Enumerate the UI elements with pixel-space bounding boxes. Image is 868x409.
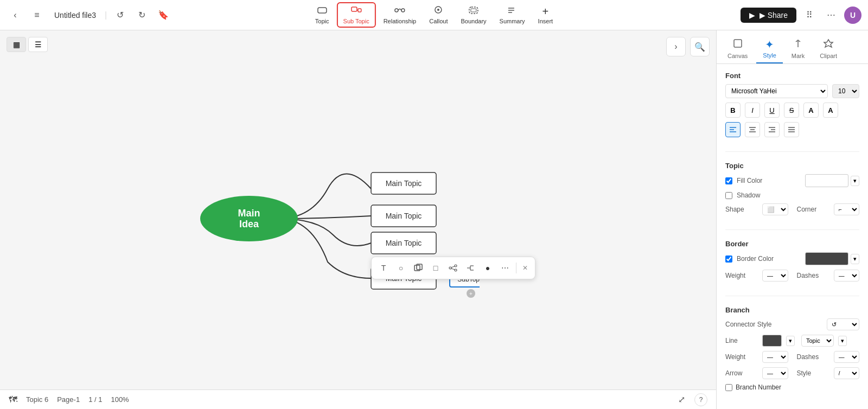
ft-share-button[interactable]	[445, 260, 461, 276]
branch-line-type-select[interactable]: Topic	[801, 335, 834, 347]
bookmark-button[interactable]: 🔖	[155, 7, 172, 24]
ft-divider	[516, 263, 516, 273]
fill-color-checkbox[interactable]	[725, 177, 732, 184]
align-center-button[interactable]	[745, 122, 760, 137]
fill-color-label: Fill Color	[737, 177, 769, 184]
grid-button[interactable]: ⠿	[801, 7, 818, 24]
align-left-button[interactable]	[725, 122, 741, 137]
branch-line-type-dropdown[interactable]: ▾	[838, 336, 847, 346]
branch-dashes-select[interactable]: —	[834, 351, 860, 363]
tab-clipart[interactable]: Clipart	[813, 35, 844, 63]
back-button[interactable]: ‹	[7, 7, 24, 24]
undo-button[interactable]: ↺	[111, 7, 129, 24]
align-justify-button[interactable]	[784, 122, 799, 137]
list-view-button[interactable]: ☰	[28, 37, 48, 52]
callout-icon	[433, 5, 444, 17]
connector-select[interactable]: ↺	[827, 318, 859, 330]
grid-view-button[interactable]: ▦	[7, 37, 26, 52]
branch-line-color-dropdown[interactable]: ▾	[786, 336, 795, 346]
more-button[interactable]: ⋯	[822, 7, 840, 24]
underline-button[interactable]: U	[764, 103, 780, 118]
branch-line-color[interactable]	[762, 335, 782, 347]
menu-button[interactable]: ≡	[28, 7, 46, 24]
avatar: U	[844, 7, 861, 24]
fit-button[interactable]: ⤢	[673, 391, 690, 408]
relationship-button[interactable]: Relationship	[378, 3, 422, 27]
branch-weight-select[interactable]: —	[762, 351, 788, 363]
canvas-area: ▦ ☰ › 🔍 Main Idea	[0, 30, 716, 409]
branch-weight-row: Weight — Dashes —	[725, 351, 859, 363]
ft-branch-button[interactable]	[463, 260, 478, 276]
subtopic-button[interactable]: Sub Topic	[337, 2, 376, 28]
svg-point-35	[455, 269, 457, 271]
toolbar-center: Topic Sub Topic Relationship	[310, 2, 558, 28]
tab-mark[interactable]: Mark	[785, 35, 811, 63]
style-select[interactable]: /	[834, 367, 860, 379]
right-panel-tabs: Canvas ✦ Style Mark Clipart	[717, 30, 868, 64]
bold-button[interactable]: B	[725, 103, 741, 118]
branch-dashes-label: Dashes	[797, 353, 829, 361]
font-color-button[interactable]: A	[803, 103, 819, 118]
ft-close-button[interactable]: ✕	[520, 263, 531, 273]
fill-color-dropdown[interactable]: ▾	[851, 176, 859, 186]
svg-rect-9	[471, 9, 476, 12]
shadow-label: Shadow	[737, 191, 769, 199]
branch-weight-label: Weight	[725, 353, 758, 361]
insert-button[interactable]: + Insert	[533, 4, 559, 27]
ft-circle-button[interactable]: ○	[393, 260, 409, 276]
border-color-swatch[interactable]	[805, 252, 848, 265]
ft-frame-button[interactable]	[411, 260, 426, 276]
ft-color-button[interactable]: ●	[480, 260, 495, 276]
italic-button[interactable]: I	[745, 103, 760, 118]
ft-rect-button[interactable]: □	[428, 260, 443, 276]
border-color-dropdown[interactable]: ▾	[851, 254, 859, 264]
callout-button[interactable]: Callout	[424, 3, 453, 27]
svg-rect-1	[352, 7, 357, 11]
branch-number-checkbox[interactable]	[725, 384, 732, 391]
dashes-select[interactable]: —	[834, 270, 860, 282]
subtopic-icon	[351, 5, 362, 17]
corner-select[interactable]: ⌐	[834, 203, 860, 215]
canvas-expand-button[interactable]: ›	[666, 37, 686, 56]
shadow-checkbox[interactable]	[725, 192, 732, 199]
divider-2	[725, 229, 859, 230]
ft-text-button[interactable]: T	[376, 260, 391, 276]
tab-canvas[interactable]: Canvas	[721, 35, 754, 63]
tab-style[interactable]: ✦ Style	[756, 35, 782, 63]
toolbar-left: ‹ ≡ Untitled file3 | ↺ ↻ 🔖	[7, 7, 172, 24]
svg-rect-8	[469, 7, 478, 14]
svg-point-5	[401, 9, 405, 12]
canvas-search-button[interactable]: 🔍	[690, 37, 710, 56]
topic-button[interactable]: Topic	[310, 3, 335, 27]
redo-button[interactable]: ↻	[133, 7, 150, 24]
border-color-checkbox[interactable]	[725, 255, 732, 263]
weight-label: Weight	[725, 272, 758, 279]
style-label: Style	[797, 369, 829, 377]
fill-color-swatch[interactable]	[805, 174, 848, 187]
summary-button[interactable]: Summary	[494, 3, 531, 27]
ft-more-button[interactable]: ⋯	[497, 260, 513, 276]
svg-text:Idea: Idea	[239, 219, 259, 229]
shape-row: Shape ⬜ Corner ⌐	[725, 203, 859, 215]
insert-icon: +	[542, 6, 549, 17]
shape-select[interactable]: ⬜	[762, 203, 788, 215]
mark-tab-icon	[793, 38, 803, 52]
font-family-select[interactable]: Microsoft YaHei	[725, 84, 828, 98]
boundary-button[interactable]: Boundary	[455, 3, 492, 27]
strikethrough-button[interactable]: S	[784, 103, 799, 118]
font-size-select[interactable]: 10	[832, 84, 859, 98]
weight-select[interactable]: —	[762, 270, 788, 282]
highlight-button[interactable]: A	[823, 103, 838, 118]
topic-section: Topic Fill Color ▾ Shadow Shape ⬜	[725, 162, 859, 220]
arrow-label: Arrow	[725, 369, 758, 377]
file-name: Untitled file3	[54, 11, 96, 20]
branch-number-row: Branch Number	[725, 384, 859, 391]
align-right-button[interactable]	[764, 122, 780, 137]
font-section-title: Font	[725, 72, 859, 80]
border-color-row: Border Color ▾	[725, 252, 859, 265]
share-button[interactable]: ▶ ▶ Share	[741, 8, 796, 23]
shape-label: Shape	[725, 206, 758, 213]
map-icon: 🗺	[9, 395, 17, 405]
arrow-select[interactable]: —	[762, 367, 788, 379]
help-button[interactable]: ?	[694, 393, 707, 406]
